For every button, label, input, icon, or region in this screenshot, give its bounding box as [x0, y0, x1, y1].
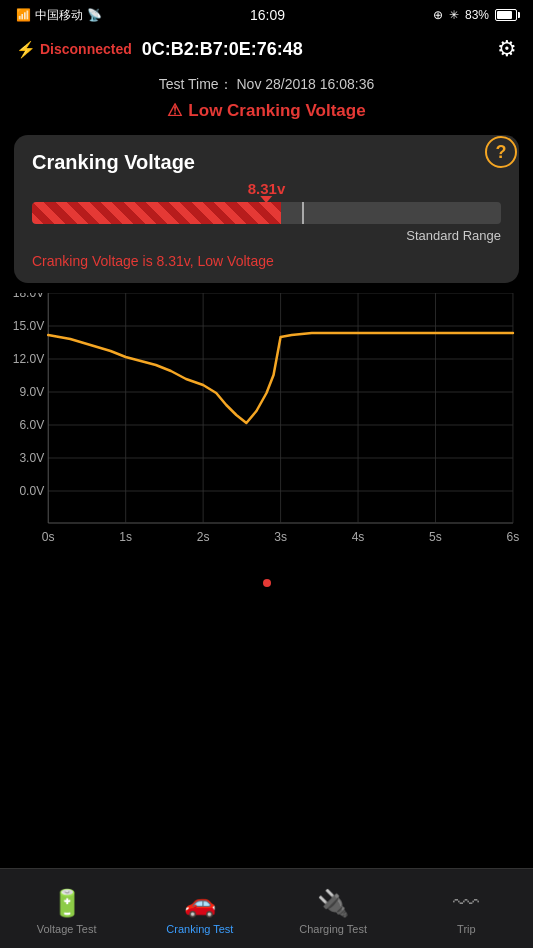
- bar-divider: [302, 202, 304, 224]
- test-time-row: Test Time： Nov 28/2018 16:08:36: [0, 68, 533, 96]
- active-dot: [263, 579, 271, 587]
- status-bar: 📶 中国移动 📡 16:09 ⊕ ✳ 83%: [0, 0, 533, 30]
- page-indicator: [0, 573, 533, 591]
- settings-icon[interactable]: ⚙: [497, 36, 517, 62]
- trip-tab-label: Trip: [457, 923, 476, 935]
- tab-cranking[interactable]: 🚗 Cranking Test: [133, 869, 266, 948]
- card-title: Cranking Voltage: [32, 151, 501, 174]
- svg-text:0.0V: 0.0V: [19, 484, 44, 498]
- voltage-card: Cranking Voltage 8.31v Standard Range Cr…: [14, 135, 519, 283]
- voltage-tab-icon: 🔋: [51, 888, 83, 919]
- svg-text:3.0V: 3.0V: [19, 451, 44, 465]
- location-icon: ⊕: [433, 8, 443, 22]
- signal-icon: 📶: [16, 8, 31, 22]
- alert-row: ⚠ Low Cranking Voltage: [0, 96, 533, 129]
- tab-charging[interactable]: 🔌 Charging Test: [267, 869, 400, 948]
- svg-text:5s: 5s: [429, 530, 442, 544]
- status-carrier: 📶 中国移动 📡: [16, 7, 102, 24]
- svg-text:4s: 4s: [352, 530, 365, 544]
- status-time: 16:09: [250, 7, 285, 23]
- cranking-tab-label: Cranking Test: [166, 923, 233, 935]
- device-header: ⚡ Disconnected 0C:B2:B7:0E:76:48 ⚙: [0, 30, 533, 68]
- card-status-text: Cranking Voltage is 8.31v, Low Voltage: [32, 253, 501, 269]
- charging-tab-icon: 🔌: [317, 888, 349, 919]
- svg-text:0s: 0s: [42, 530, 55, 544]
- alert-text: Low Cranking Voltage: [188, 101, 365, 121]
- svg-text:6.0V: 6.0V: [19, 418, 44, 432]
- tab-bar: 🔋 Voltage Test 🚗 Cranking Test 🔌 Chargin…: [0, 868, 533, 948]
- tab-trip[interactable]: 〰 Trip: [400, 869, 533, 948]
- standard-range-label: Standard Range: [32, 228, 501, 243]
- bluetooth-icon: ✳: [449, 8, 459, 22]
- voltage-tab-label: Voltage Test: [37, 923, 97, 935]
- chart-container: 18.0V 15.0V 12.0V 9.0V 6.0V 3.0V 0.0V 0s…: [10, 293, 523, 573]
- svg-text:12.0V: 12.0V: [13, 352, 44, 366]
- link-icon: ⚡: [16, 40, 36, 59]
- bar-value-label: 8.31v: [248, 180, 286, 197]
- help-button[interactable]: ?: [485, 136, 517, 168]
- svg-text:9.0V: 9.0V: [19, 385, 44, 399]
- bar-fill: [32, 202, 281, 224]
- svg-text:1s: 1s: [119, 530, 132, 544]
- alert-icon: ⚠: [167, 100, 182, 121]
- svg-text:15.0V: 15.0V: [13, 319, 44, 333]
- wifi-icon: 📡: [87, 8, 102, 22]
- chart-svg: 18.0V 15.0V 12.0V 9.0V 6.0V 3.0V 0.0V 0s…: [10, 293, 523, 553]
- svg-text:3s: 3s: [274, 530, 287, 544]
- svg-text:18.0V: 18.0V: [13, 293, 44, 300]
- svg-text:6s: 6s: [507, 530, 520, 544]
- cranking-tab-icon: 🚗: [184, 888, 216, 919]
- trip-tab-icon: 〰: [453, 888, 479, 919]
- svg-text:2s: 2s: [197, 530, 210, 544]
- bar-track: [32, 202, 501, 224]
- connection-status: ⚡ Disconnected: [16, 40, 132, 59]
- battery-icon: [495, 9, 517, 21]
- status-icons: ⊕ ✳ 83%: [433, 8, 517, 22]
- charging-tab-label: Charging Test: [299, 923, 367, 935]
- voltage-bar-section: 8.31v Standard Range: [32, 202, 501, 243]
- tab-voltage[interactable]: 🔋 Voltage Test: [0, 869, 133, 948]
- battery-percent: 83%: [465, 8, 489, 22]
- device-id: 0C:B2:B7:0E:76:48: [142, 39, 487, 60]
